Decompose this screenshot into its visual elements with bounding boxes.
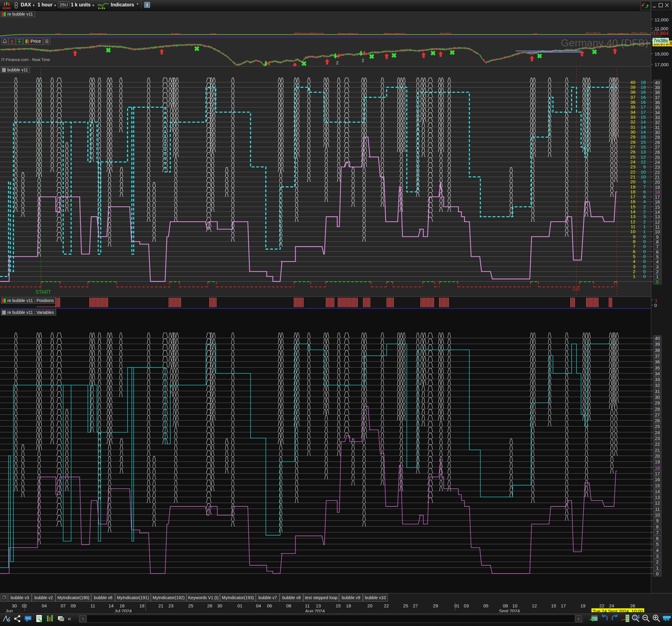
svg-text:3: 3 [643,214,646,219]
svg-text:0: 0 [643,234,646,239]
svg-text:40: 40 [630,80,635,85]
svg-text:10: 10 [641,169,646,175]
svg-text:8: 8 [633,239,635,244]
svg-text:6: 6 [643,189,646,194]
svg-text:15: 15 [641,144,646,149]
svg-text:2: 2 [362,58,364,63]
svg-text:35: 35 [630,104,635,109]
svg-text:12: 12 [630,219,635,224]
svg-text:18: 18 [630,189,635,194]
svg-text:16: 16 [630,199,635,204]
svg-text:10: 10 [641,174,646,179]
svg-text:15: 15 [641,140,646,145]
svg-text:6: 6 [643,194,646,199]
svg-text:10: 10 [630,229,635,234]
svg-text:15: 15 [641,115,646,120]
svg-text:36: 36 [630,99,635,105]
svg-text:16: 16 [641,90,646,95]
svg-text:0: 0 [643,269,646,274]
svg-text:6: 6 [633,249,635,254]
svg-text:4: 4 [643,199,646,204]
svg-text:0: 0 [643,274,646,279]
svg-text:23: 23 [630,164,635,169]
svg-text:13: 13 [641,149,646,154]
svg-text:14: 14 [641,119,646,124]
svg-text:14: 14 [641,124,646,130]
svg-text:14: 14 [641,129,646,134]
svg-text:0: 0 [643,249,646,254]
svg-text:3: 3 [633,264,635,269]
svg-text:21: 21 [630,174,635,179]
svg-text:0: 0 [643,254,646,259]
svg-text:2: 2 [633,269,635,274]
svg-text:2: 2 [643,209,646,214]
svg-text:34: 34 [630,109,635,115]
svg-text:17: 17 [641,109,646,115]
svg-text:17: 17 [641,104,646,109]
svg-text:17: 17 [630,194,635,199]
svg-text:19: 19 [630,184,635,190]
svg-text:7: 7 [633,244,635,249]
svg-text:38: 38 [630,90,635,95]
svg-text:16: 16 [641,95,646,100]
svg-text:0: 0 [643,264,646,269]
svg-text:2: 2 [643,219,646,224]
svg-text:15: 15 [641,134,646,140]
svg-text:20: 20 [630,179,635,184]
svg-text:IT-Finance.com - Real Time: IT-Finance.com - Real Time [1,57,50,62]
svg-text:7: 7 [643,184,646,190]
svg-text:18: 18 [641,84,646,90]
svg-text:30: 30 [630,129,635,134]
svg-text:0: 0 [643,244,646,249]
svg-text:18: 18 [641,80,646,85]
svg-text:16: 16 [641,99,646,105]
svg-text:32: 32 [630,119,635,124]
svg-text:12: 12 [641,159,646,165]
svg-text:26: 26 [630,149,635,154]
svg-text:33: 33 [630,115,635,120]
svg-text:14: 14 [630,209,635,214]
svg-text:13: 13 [630,214,635,219]
svg-text:1: 1 [633,274,635,279]
svg-text:27: 27 [630,144,635,149]
svg-text:31: 31 [630,124,635,130]
svg-text:2: 2 [643,204,646,209]
svg-text:9: 9 [643,164,646,169]
svg-text:START: START [35,290,51,295]
svg-text:28: 28 [630,140,635,145]
svg-text:12: 12 [641,154,646,159]
svg-text:4: 4 [633,259,635,264]
svg-text:1: 1 [643,229,646,234]
svg-text:1: 1 [643,224,646,229]
svg-text:0: 0 [643,259,646,264]
svg-text:0: 0 [643,239,646,244]
svg-text:9: 9 [643,179,646,184]
svg-text:11: 11 [630,224,635,229]
svg-text:24: 24 [630,159,635,165]
svg-text:15: 15 [630,204,635,209]
svg-text:5: 5 [633,254,635,259]
svg-text:DEMO: DEMO [2,7,11,10]
svg-text:25: 25 [630,154,635,159]
svg-text:9: 9 [633,234,635,239]
svg-text:39: 39 [630,84,635,90]
svg-text:29: 29 [630,134,635,140]
svg-text:2: 2 [336,60,338,65]
svg-text:22: 22 [630,169,635,175]
svg-text:37: 37 [630,95,635,100]
